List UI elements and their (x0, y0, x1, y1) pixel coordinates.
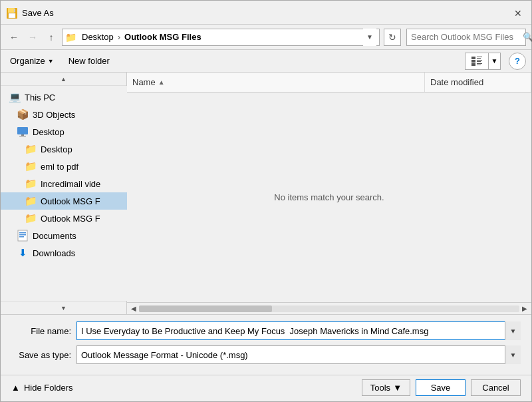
incredimail-icon: 📁 (25, 178, 37, 190)
col-date-label: Date modified (430, 77, 483, 87)
svg-rect-16 (18, 230, 27, 241)
sidebar-item-this-pc[interactable]: 💻 This PC (1, 89, 127, 106)
hide-folders-label: Hide Folders (24, 383, 73, 393)
back-button[interactable]: ← (6, 29, 22, 45)
svg-rect-5 (477, 57, 482, 57)
svg-rect-15 (19, 136, 26, 137)
cancel-label: Cancel (482, 383, 509, 393)
view-dropdown-button[interactable]: ▼ (489, 53, 501, 70)
view-button[interactable] (465, 53, 489, 70)
documents-icon (17, 230, 29, 242)
sidebar-label-desktop: Desktop (33, 127, 65, 137)
sidebar-item-3d-objects[interactable]: 📦 3D Objects (1, 106, 127, 123)
sidebar-item-downloads[interactable]: ⬇ Downloads (1, 244, 127, 262)
svg-rect-3 (14, 9, 15, 12)
svg-rect-18 (19, 234, 26, 236)
column-headers: Name ▲ Date modified (127, 73, 531, 93)
sidebar-item-desktop[interactable]: Desktop (1, 123, 127, 140)
new-folder-button[interactable]: New folder (63, 55, 115, 67)
scroll-track[interactable] (139, 305, 519, 312)
filename-dropdown-button[interactable]: ▼ (505, 321, 521, 340)
title-bar: Save As ✕ (1, 1, 531, 25)
svg-rect-6 (477, 58, 481, 59)
svg-rect-9 (477, 61, 481, 62)
col-header-name[interactable]: Name ▲ (127, 73, 425, 92)
sidebar-label-desktop-folder: Desktop (41, 144, 72, 154)
up-button[interactable]: ↑ (43, 29, 59, 45)
organize-arrow-icon: ▼ (48, 58, 54, 65)
sidebar: 💻 This PC 📦 3D Objects Desktop 📁 Desktop (1, 86, 127, 301)
svg-rect-11 (477, 63, 482, 64)
sidebar-item-outlook-msg-1[interactable]: 📁 Outlook MSG F (1, 192, 127, 210)
address-folder-icon: 📁 (65, 32, 76, 43)
address-dropdown-button[interactable]: ▼ (363, 29, 376, 46)
outlook-msg-2-icon: 📁 (25, 212, 37, 224)
sidebar-label-outlook-msg-1: Outlook MSG F (41, 196, 100, 206)
svg-rect-1 (8, 8, 15, 13)
filetype-select-wrapper: Outlook Message Format - Unicode (*.msg)… (76, 345, 521, 364)
save-as-dialog: Save As ✕ ← → ↑ 📁 Desktop › Outlook MSG … (0, 0, 532, 402)
refresh-button[interactable]: ↻ (384, 29, 401, 46)
filetype-row: Save as type: Outlook Message Format - U… (11, 345, 521, 364)
sidebar-item-desktop-folder[interactable]: 📁 Desktop (1, 140, 127, 158)
sidebar-item-incredimail[interactable]: 📁 Incredimail vide (1, 175, 127, 192)
horizontal-scrollbar[interactable]: ◀ ▶ (127, 302, 531, 314)
help-button[interactable]: ? (509, 53, 526, 70)
this-pc-icon: 💻 (9, 91, 21, 103)
filename-label: File name: (11, 326, 71, 336)
outlook-msg-1-icon: 📁 (25, 195, 37, 207)
forward-button[interactable]: → (25, 29, 41, 45)
empty-message: No items match your search. (274, 192, 384, 202)
sidebar-label-outlook-msg-2: Outlook MSG F (41, 214, 100, 224)
sidebar-scroll-down[interactable]: ▼ (1, 301, 126, 314)
sidebar-label-eml-to-pdf: eml to pdf (41, 162, 78, 172)
search-box[interactable]: 🔍 (406, 29, 526, 46)
scroll-right-button[interactable]: ▶ (519, 304, 530, 313)
tools-button[interactable]: Tools ▼ (362, 379, 410, 396)
bottom-form: File name: ▼ Save as type: Outlook Messa… (1, 314, 531, 375)
address-input[interactable]: 📁 Desktop › Outlook MSG Files ▼ (62, 29, 380, 46)
col-name-label: Name (132, 77, 156, 87)
eml-to-pdf-icon: 📁 (25, 160, 37, 172)
hide-folders-button[interactable]: ▲ Hide Folders (11, 383, 73, 393)
cancel-button[interactable]: Cancel (471, 379, 521, 396)
filename-input[interactable] (76, 321, 521, 340)
search-icon[interactable]: 🔍 (523, 32, 532, 42)
organize-button[interactable]: Organize ▼ (6, 55, 58, 67)
address-separator: › (118, 32, 120, 42)
svg-rect-12 (477, 65, 481, 65)
sidebar-scroll-up[interactable]: ▲ (1, 73, 126, 86)
sidebar-label-3d-objects: 3D Objects (33, 110, 75, 120)
tools-arrow-icon: ▼ (393, 383, 402, 393)
svg-rect-13 (17, 127, 28, 134)
col-header-date[interactable]: Date modified (425, 73, 531, 92)
address-path-part2: Outlook MSG Files (124, 32, 201, 42)
svg-rect-17 (19, 232, 26, 234)
downloads-icon: ⬇ (17, 247, 29, 259)
content-body: No items match your search. (127, 93, 531, 302)
toolbar: Organize ▼ New folder ▼ (1, 50, 531, 73)
sidebar-item-eml-to-pdf[interactable]: 📁 eml to pdf (1, 158, 127, 175)
close-button[interactable]: ✕ (510, 5, 526, 21)
save-button[interactable]: Save (416, 379, 466, 396)
scroll-left-button[interactable]: ◀ (128, 304, 139, 313)
content-area: Name ▲ Date modified No items match your… (127, 73, 531, 314)
filename-row: File name: ▼ (11, 321, 521, 340)
title-bar-text: Save As (22, 8, 510, 18)
filetype-select[interactable]: Outlook Message Format - Unicode (*.msg)… (76, 345, 521, 364)
view-controls: ▼ (465, 53, 501, 70)
help-icon: ? (515, 56, 520, 66)
sidebar-item-outlook-msg-2[interactable]: 📁 Outlook MSG F (1, 210, 127, 227)
organize-label: Organize (10, 56, 45, 66)
sidebar-wrapper: ▲ 💻 This PC 📦 3D Objects Desktop (1, 73, 127, 314)
search-input[interactable] (411, 32, 523, 42)
new-folder-label: New folder (68, 56, 110, 66)
svg-rect-7 (471, 60, 475, 63)
filetype-label: Save as type: (11, 350, 71, 360)
svg-rect-2 (9, 13, 15, 18)
sidebar-item-documents[interactable]: Documents (1, 227, 127, 244)
tools-label: Tools (370, 383, 390, 393)
sidebar-label-documents: Documents (33, 231, 76, 241)
svg-rect-8 (477, 60, 482, 61)
scroll-thumb[interactable] (139, 305, 272, 312)
